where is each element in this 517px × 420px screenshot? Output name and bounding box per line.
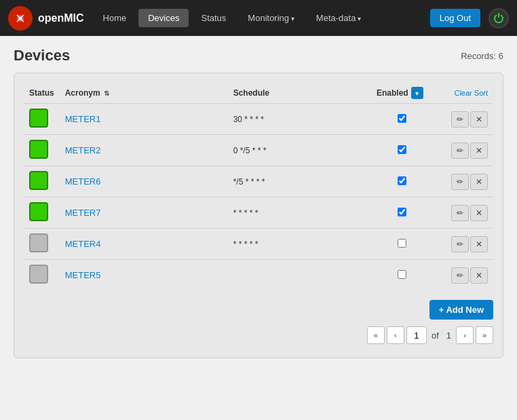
status-cell: [24, 166, 60, 197]
schedule-cell: * * * * *: [228, 197, 371, 229]
nav-devices[interactable]: Devices: [138, 9, 189, 27]
page-title: Devices: [14, 47, 70, 64]
page-content: Devices Records: 6 Status Acronym ⇅ Sche…: [0, 36, 517, 369]
enabled-cell: [371, 197, 432, 229]
enabled-checkbox[interactable]: [398, 239, 406, 248]
devices-table: Status Acronym ⇅ Schedule Enabled ▾: [24, 83, 493, 290]
enabled-checkbox[interactable]: [398, 145, 406, 154]
status-cell: [24, 229, 60, 260]
status-cell: [24, 260, 60, 291]
acronym-sort-icon[interactable]: ⇅: [104, 90, 109, 97]
schedule-cell: * * * * *: [228, 229, 371, 260]
prev-page-button[interactable]: ‹: [387, 326, 404, 344]
edit-button[interactable]: ✏: [451, 174, 469, 190]
delete-button[interactable]: ✕: [470, 267, 488, 284]
acronym-cell: METER2: [60, 135, 228, 166]
logout-button[interactable]: Log Out: [430, 9, 480, 27]
page-of-label: of: [432, 330, 439, 341]
nav-home[interactable]: Home: [94, 9, 136, 27]
status-gray-indicator: [29, 265, 48, 284]
acronym-cell: METER5: [60, 260, 228, 291]
table-row: METER20 */5 * * *✏✕: [24, 135, 493, 166]
status-green-indicator: [29, 109, 48, 128]
first-page-button[interactable]: «: [367, 326, 385, 344]
delete-button[interactable]: ✕: [470, 236, 488, 252]
last-page-button[interactable]: »: [476, 326, 493, 344]
delete-button[interactable]: ✕: [470, 111, 488, 128]
page-number-input[interactable]: [406, 326, 427, 344]
status-cell: [24, 135, 60, 166]
action-cell: ✏✕: [432, 166, 493, 197]
app-logo: openMIC: [8, 6, 84, 31]
total-pages: 1: [446, 330, 451, 341]
enabled-sort-button[interactable]: ▾: [411, 87, 423, 99]
table-row: METER7* * * * *✏✕: [24, 197, 493, 229]
page-header: Devices Records: 6: [14, 47, 503, 64]
enabled-checkbox[interactable]: [398, 270, 406, 279]
records-count: Records: 6: [461, 51, 503, 61]
enabled-cell: [371, 166, 432, 197]
table-card: Status Acronym ⇅ Schedule Enabled ▾: [14, 73, 503, 358]
action-cell: ✏✕: [432, 104, 493, 135]
nav-status[interactable]: Status: [191, 9, 235, 27]
col-header-status: Status: [24, 83, 60, 104]
edit-button[interactable]: ✏: [451, 267, 469, 284]
nav-metadata[interactable]: Meta-data: [307, 9, 370, 27]
pagination: « ‹ of 1 › »: [367, 326, 493, 344]
col-header-acronym: Acronym ⇅: [60, 83, 228, 104]
acronym-cell: METER6: [60, 166, 228, 197]
edit-button[interactable]: ✏: [451, 205, 469, 221]
schedule-cell: [228, 260, 371, 291]
enabled-checkbox[interactable]: [398, 176, 406, 185]
acronym-link[interactable]: METER7: [65, 208, 101, 218]
enabled-cell: [371, 229, 432, 260]
edit-button[interactable]: ✏: [451, 111, 469, 128]
next-page-button[interactable]: ›: [456, 326, 474, 344]
table-bottom: + Add New: [24, 300, 493, 320]
acronym-cell: METER4: [60, 229, 228, 260]
enabled-checkbox[interactable]: [398, 208, 406, 216]
status-gray-indicator: [29, 233, 48, 252]
acronym-link[interactable]: METER4: [65, 239, 101, 249]
acronym-cell: METER1: [60, 104, 228, 135]
acronym-link[interactable]: METER2: [65, 145, 101, 155]
schedule-cell: */5 * * * *: [228, 166, 371, 197]
edit-button[interactable]: ✏: [451, 236, 469, 252]
acronym-cell: METER7: [60, 197, 228, 229]
schedule-cell: 30 * * * *: [228, 104, 371, 135]
nav-monitoring[interactable]: Monitoring: [238, 9, 303, 27]
table-row: METER130 * * * *✏✕: [24, 104, 493, 135]
action-cell: ✏✕: [432, 229, 493, 260]
power-icon[interactable]: [489, 8, 509, 28]
action-cell: ✏✕: [432, 197, 493, 229]
schedule-cell: 0 */5 * * *: [228, 135, 371, 166]
clear-sort-button[interactable]: Clear Sort: [454, 89, 488, 98]
acronym-link[interactable]: METER5: [65, 270, 101, 280]
status-green-indicator: [29, 202, 48, 221]
delete-button[interactable]: ✕: [470, 205, 488, 221]
navbar: openMIC Home Devices Status Monitoring M…: [0, 0, 517, 36]
status-green-indicator: [29, 140, 48, 159]
col-header-clear-sort: Clear Sort: [432, 83, 493, 104]
table-row: METER5✏✕: [24, 260, 493, 291]
action-cell: ✏✕: [432, 135, 493, 166]
enabled-checkbox[interactable]: [398, 114, 406, 123]
action-cell: ✏✕: [432, 260, 493, 291]
col-header-enabled: Enabled ▾: [371, 83, 432, 104]
status-cell: [24, 197, 60, 229]
edit-button[interactable]: ✏: [451, 142, 469, 159]
acronym-link[interactable]: METER1: [65, 114, 101, 124]
add-new-button[interactable]: + Add New: [429, 300, 493, 320]
delete-button[interactable]: ✕: [470, 142, 488, 159]
logo-icon: [8, 6, 33, 31]
delete-button[interactable]: ✕: [470, 174, 488, 190]
acronym-link[interactable]: METER6: [65, 176, 101, 187]
enabled-cell: [371, 104, 432, 135]
enabled-cell: [371, 135, 432, 166]
table-row: METER4* * * * *✏✕: [24, 229, 493, 260]
col-header-schedule: Schedule: [228, 83, 371, 104]
app-name: openMIC: [38, 12, 84, 24]
status-green-indicator: [29, 171, 48, 190]
enabled-cell: [371, 260, 432, 291]
status-cell: [24, 104, 60, 135]
